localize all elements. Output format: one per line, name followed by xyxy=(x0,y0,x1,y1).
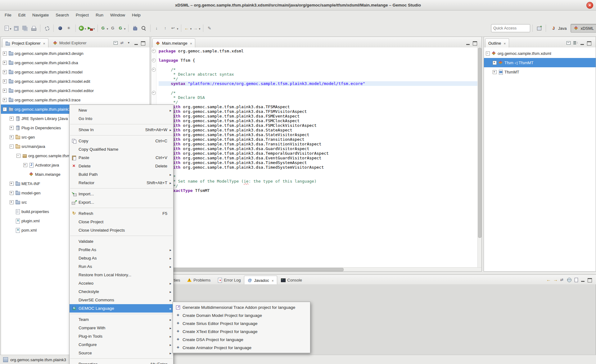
expander-icon[interactable] xyxy=(3,89,7,93)
dropdown-arrow-icon[interactable] xyxy=(106,26,108,31)
tab-model-explorer[interactable]: Model Explorer xyxy=(50,38,89,47)
maximize-icon[interactable] xyxy=(586,40,593,46)
external-tools-button[interactable] xyxy=(87,24,95,33)
window-close-button[interactable] xyxy=(586,2,593,9)
maximize-icon[interactable] xyxy=(472,40,478,46)
build-all-button[interactable] xyxy=(43,24,51,33)
back-icon[interactable] xyxy=(545,277,552,283)
outline-tree-item-tfsmmt[interactable]: TfsmMT xyxy=(484,67,596,77)
context-menu-item-build-path[interactable]: Build Path xyxy=(70,170,173,179)
context-menu-item-acceleo[interactable]: Acceleo xyxy=(70,279,173,287)
expander-icon[interactable] xyxy=(3,98,7,102)
last-edit-location-button[interactable] xyxy=(170,24,178,33)
dropdown-arrow-icon[interactable] xyxy=(198,26,201,31)
bottom-tab-console[interactable]: Console xyxy=(277,275,305,285)
maximize-icon[interactable] xyxy=(140,40,147,46)
menu-search[interactable]: Search xyxy=(52,11,72,19)
next-annotation-button[interactable] xyxy=(153,24,161,33)
dropdown-arrow-icon[interactable] xyxy=(190,26,192,31)
expander-icon[interactable] xyxy=(10,191,14,195)
context-menu-item-refresh[interactable]: RefreshF5 xyxy=(70,209,173,218)
expander-icon[interactable] xyxy=(10,200,14,204)
expander-icon[interactable] xyxy=(10,126,14,130)
search-button[interactable] xyxy=(140,24,148,33)
menu-help[interactable]: Help xyxy=(129,11,144,19)
menu-window[interactable]: Window xyxy=(107,11,129,19)
forward-icon[interactable] xyxy=(552,277,559,283)
fold-collapse-icon[interactable] xyxy=(152,91,156,95)
print-button[interactable] xyxy=(29,24,38,33)
project-tree-item-org-gemoc-sample-tfsm-plaink3-dsa[interactable]: org.gemoc.sample.tfsm.plaink3.dsa xyxy=(1,58,150,67)
submenu-item-create-sirius-editor-project-for-language[interactable]: Create Sirius Editor Project for languag… xyxy=(173,319,310,327)
minimize-icon[interactable] xyxy=(580,277,586,283)
scrollbar-thumb[interactable] xyxy=(151,268,344,271)
gemoc-language-button[interactable] xyxy=(109,24,117,33)
minimize-icon[interactable] xyxy=(133,40,140,46)
context-menu-item-close-unrelated-projects[interactable]: Close Unrelated Projects xyxy=(70,226,173,234)
outline-tree-item-tfsm-tfsmmt[interactable]: Tfsm ◁ TfsmMT xyxy=(484,58,596,67)
tab-main-melange[interactable]: Main.melange xyxy=(152,38,195,48)
plugin-button[interactable] xyxy=(131,24,139,33)
expander-icon[interactable] xyxy=(3,107,7,111)
view-menu-icon[interactable] xyxy=(126,40,133,46)
fold-collapse-icon[interactable] xyxy=(152,68,156,72)
save-button[interactable] xyxy=(12,24,20,33)
menu-run[interactable]: Run xyxy=(92,11,107,19)
menu-file[interactable]: File xyxy=(1,11,15,19)
project-tree-item-org-gemoc-sample-tfsm-plaink3-model-editor[interactable]: org.gemoc.sample.tfsm.plaink3.model.edit… xyxy=(1,86,150,95)
expander-icon[interactable] xyxy=(3,70,7,74)
expander-icon[interactable] xyxy=(3,61,7,65)
context-menu-item-delete[interactable]: DeleteDelete xyxy=(70,162,173,170)
quick-access-input[interactable] xyxy=(491,24,530,32)
expander-icon[interactable] xyxy=(10,135,14,139)
dropdown-arrow-icon[interactable] xyxy=(9,26,11,31)
new-wizard-button[interactable] xyxy=(3,24,11,33)
vertical-scrollbar[interactable] xyxy=(477,47,481,268)
link-with-editor-icon[interactable] xyxy=(119,40,126,46)
context-menu-item-properties[interactable]: PropertiesAlt+Enter xyxy=(70,360,173,364)
context-menu-item-compare-with[interactable]: Compare With xyxy=(70,324,173,332)
context-menu-item-copy[interactable]: CopyCtrl+C xyxy=(70,137,173,145)
context-menu-item-export[interactable]: Export... xyxy=(70,198,173,206)
context-menu-item-show-in[interactable]: Show InShift+Alt+W xyxy=(70,126,173,134)
expander-icon[interactable] xyxy=(10,117,14,121)
sort-icon[interactable] xyxy=(572,40,579,46)
expander-icon[interactable] xyxy=(486,51,490,55)
close-tab-icon[interactable] xyxy=(189,41,192,46)
menu-project[interactable]: Project xyxy=(72,11,92,19)
context-menu-item-gemoc-language[interactable]: GEMOC Language xyxy=(70,304,173,313)
tab-project-explorer[interactable]: Project Explorer xyxy=(2,38,48,48)
editor-code-area[interactable]: package org.gemoc.sample.tfsm.xdsmllangu… xyxy=(156,47,478,268)
context-menu-item-restore-from-local-history[interactable]: Restore from Local History... xyxy=(70,271,173,279)
submenu-item-generate-multidimensional-trace-addon-project-for-language[interactable]: Generate Multidimensional Trace Addon pr… xyxy=(173,303,310,311)
java-perspective-button[interactable]: Java xyxy=(548,24,569,33)
submenu-item-create-dsa-project-for-language[interactable]: Create DSA Project for language xyxy=(173,335,310,344)
context-menu-item-validate[interactable]: Validate xyxy=(70,237,173,246)
context-menu-item-configure[interactable]: Configure xyxy=(70,340,173,349)
context-menu-item-checkstyle[interactable]: Checkstyle xyxy=(70,287,173,296)
expander-icon[interactable] xyxy=(493,61,497,65)
dropdown-arrow-icon[interactable] xyxy=(124,26,126,31)
open-attached-javadoc-icon[interactable] xyxy=(573,277,580,283)
expander-icon[interactable] xyxy=(10,144,14,149)
outline-tree-item-org-gemoc-sample-tfsm-xdsml[interactable]: org.gemoc.sample.tfsm.xdsml xyxy=(484,49,596,58)
scrollbar-thumb[interactable] xyxy=(478,48,481,238)
mark-occurrences-button[interactable] xyxy=(206,24,214,33)
project-tree-item-org-gemoc-sample-tfsm-plaink3-trace[interactable]: org.gemoc.sample.tfsm.plaink3.trace xyxy=(1,95,150,104)
k3-builder-button[interactable] xyxy=(65,24,73,33)
project-tree-item-org-gemoc-sample-tfsm-plaink3-design[interactable]: org.gemoc.sample.tfsm.plaink3.design xyxy=(1,49,150,58)
outline-tree[interactable]: org.gemoc.sample.tfsm.xdsmlTfsm ◁ TfsmMT… xyxy=(484,47,596,271)
run-button[interactable] xyxy=(78,24,86,33)
debug-button[interactable] xyxy=(56,24,64,33)
bottom-tab-javadoc[interactable]: Javadoc xyxy=(244,276,277,285)
close-tab-icon[interactable] xyxy=(42,41,45,46)
link-with-selection-icon[interactable] xyxy=(559,277,566,283)
project-tree-item-org-gemoc-sample-tfsm-plaink3-model-edit[interactable]: org.gemoc.sample.tfsm.plaink3.model.edit xyxy=(1,77,150,86)
context-menu-item-profile-as[interactable]: Profile As xyxy=(70,246,173,254)
menu-edit[interactable]: Edit xyxy=(15,11,29,19)
context-menu-item-go-into[interactable]: Go Into xyxy=(70,114,173,123)
expander-icon[interactable] xyxy=(3,79,7,83)
context-menu-item-run-as[interactable]: Run As xyxy=(70,262,173,271)
menu-navigate[interactable]: Navigate xyxy=(29,11,52,19)
xdsml-perspective-button[interactable]: xDSML xyxy=(571,24,596,33)
